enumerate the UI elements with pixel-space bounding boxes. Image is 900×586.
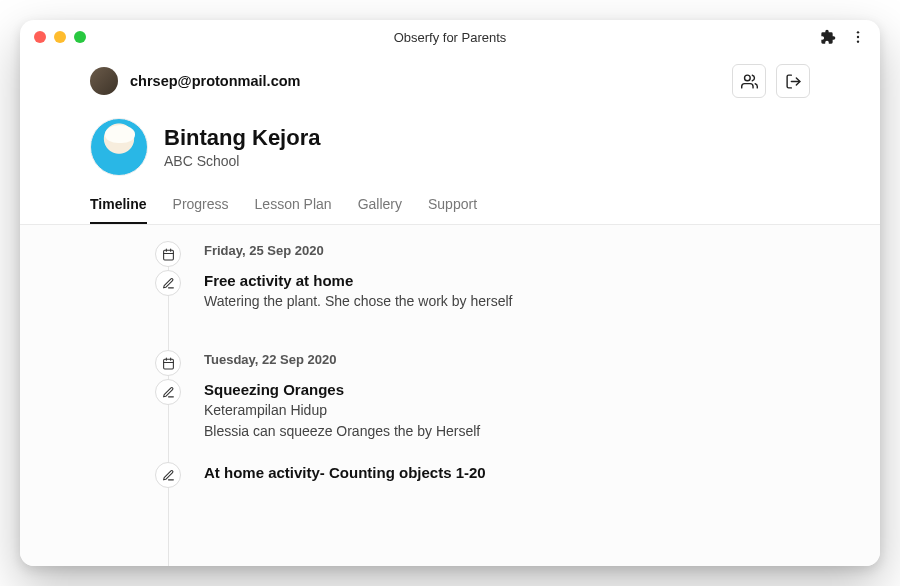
timeline-date: Tuesday, 22 Sep 2020	[168, 352, 810, 367]
account-header: chrsep@protonmail.com	[20, 54, 880, 104]
timeline-panel: Friday, 25 Sep 2020Free activity at home…	[20, 225, 880, 566]
timeline-entry[interactable]: Squeezing OrangesKeterampilan HidupBless…	[168, 381, 810, 442]
logout-icon	[785, 73, 802, 90]
svg-point-0	[857, 31, 859, 33]
timeline-list: Friday, 25 Sep 2020Free activity at home…	[168, 243, 810, 481]
extensions-icon[interactable]	[820, 29, 836, 45]
student-school: ABC School	[164, 153, 320, 169]
timeline-entry-title: Free activity at home	[204, 272, 810, 289]
more-menu-icon[interactable]	[850, 29, 866, 45]
timeline-date-label: Friday, 25 Sep 2020	[204, 243, 810, 258]
svg-rect-5	[163, 250, 173, 260]
svg-point-2	[857, 40, 859, 42]
logout-button[interactable]	[776, 64, 810, 98]
calendar-icon	[155, 241, 181, 267]
tab-gallery[interactable]: Gallery	[358, 196, 402, 224]
switch-user-button[interactable]	[732, 64, 766, 98]
tab-progress[interactable]: Progress	[173, 196, 229, 224]
timeline-date: Friday, 25 Sep 2020	[168, 243, 810, 258]
maximize-window-button[interactable]	[74, 31, 86, 43]
calendar-icon	[155, 350, 181, 376]
timeline-entry-body: Watering the plant. She chose the work b…	[204, 291, 810, 312]
close-window-button[interactable]	[34, 31, 46, 43]
student-name: Bintang Kejora	[164, 125, 320, 151]
svg-point-3	[744, 75, 750, 81]
tab-timeline[interactable]: Timeline	[90, 196, 147, 224]
app-window: Obserfy for Parents chrsep@protonmail.co…	[20, 20, 880, 566]
timeline-entry-body: Blessia can squeeze Oranges the by Herse…	[204, 421, 810, 442]
timeline-entry-body: Keterampilan Hidup	[204, 400, 810, 421]
edit-icon[interactable]	[155, 462, 181, 488]
timeline-date-label: Tuesday, 22 Sep 2020	[204, 352, 810, 367]
edit-icon[interactable]	[155, 270, 181, 296]
window-controls	[34, 31, 86, 43]
titlebar: Obserfy for Parents	[20, 20, 880, 54]
student-avatar[interactable]	[90, 118, 148, 176]
tab-lesson-plan[interactable]: Lesson Plan	[255, 196, 332, 224]
edit-icon[interactable]	[155, 379, 181, 405]
timeline-entry-title: Squeezing Oranges	[204, 381, 810, 398]
timeline-entry-title: At home activity- Counting objects 1-20	[204, 464, 810, 481]
people-icon	[741, 73, 758, 90]
timeline-entry[interactable]: Free activity at homeWatering the plant.…	[168, 272, 810, 312]
tab-support[interactable]: Support	[428, 196, 477, 224]
tab-bar: Timeline Progress Lesson Plan Gallery Su…	[20, 186, 880, 225]
minimize-window-button[interactable]	[54, 31, 66, 43]
timeline-entry[interactable]: At home activity- Counting objects 1-20	[168, 464, 810, 481]
user-avatar[interactable]	[90, 67, 118, 95]
window-title: Obserfy for Parents	[20, 30, 880, 45]
content-area: chrsep@protonmail.com Bintang Kejora AB	[20, 54, 880, 566]
student-header: Bintang Kejora ABC School	[20, 104, 880, 186]
user-email: chrsep@protonmail.com	[130, 73, 300, 89]
svg-point-1	[857, 36, 859, 38]
svg-rect-9	[163, 359, 173, 369]
